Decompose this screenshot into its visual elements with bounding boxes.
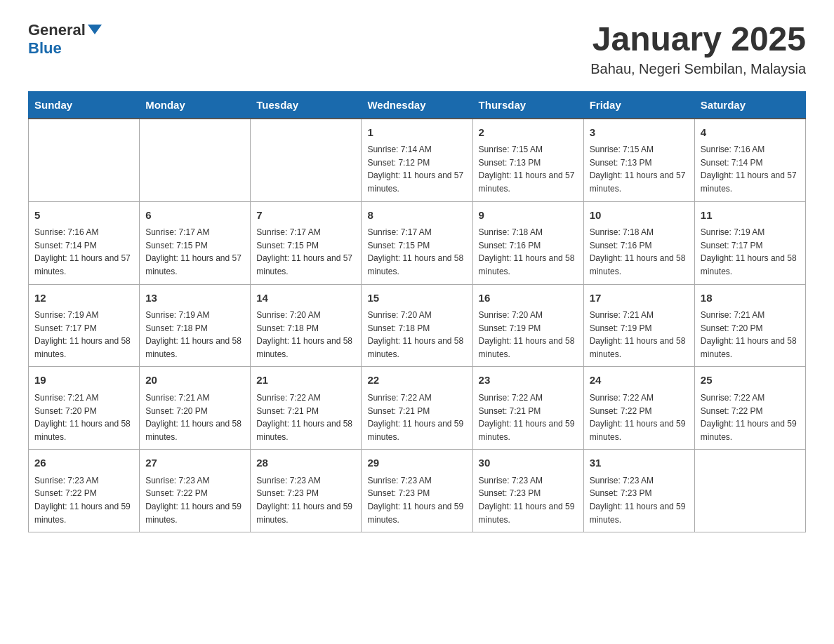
day-info: Sunrise: 7:23 AM Sunset: 7:22 PM Dayligh…: [34, 474, 133, 526]
day-number: 12: [34, 290, 133, 307]
logo-triangle-icon: [88, 25, 102, 34]
day-number: 22: [367, 373, 466, 389]
column-header-friday: Friday: [583, 91, 694, 119]
day-number: 23: [479, 373, 578, 389]
day-info: Sunrise: 7:22 AM Sunset: 7:22 PM Dayligh…: [701, 391, 800, 443]
calendar-cell: 2Sunrise: 7:15 AM Sunset: 7:13 PM Daylig…: [472, 119, 583, 201]
calendar-cell: 9Sunrise: 7:18 AM Sunset: 7:16 PM Daylig…: [472, 201, 583, 284]
day-info: Sunrise: 7:14 AM Sunset: 7:12 PM Dayligh…: [367, 143, 466, 195]
calendar-cell: 30Sunrise: 7:23 AM Sunset: 7:23 PM Dayli…: [472, 450, 583, 532]
day-number: 27: [145, 455, 244, 471]
column-header-tuesday: Tuesday: [251, 91, 362, 119]
day-info: Sunrise: 7:21 AM Sunset: 7:20 PM Dayligh…: [145, 391, 244, 443]
day-info: Sunrise: 7:18 AM Sunset: 7:16 PM Dayligh…: [590, 226, 689, 278]
calendar-cell: 7Sunrise: 7:17 AM Sunset: 7:15 PM Daylig…: [251, 201, 362, 284]
day-number: 10: [590, 208, 689, 224]
day-number: 30: [479, 455, 578, 471]
calendar-cell: [694, 450, 805, 532]
day-info: Sunrise: 7:22 AM Sunset: 7:21 PM Dayligh…: [256, 391, 355, 443]
day-number: 18: [701, 290, 800, 307]
day-number: 19: [34, 373, 133, 389]
day-number: 29: [367, 455, 466, 471]
calendar-week-row: 1Sunrise: 7:14 AM Sunset: 7:12 PM Daylig…: [29, 119, 806, 201]
day-info: Sunrise: 7:20 AM Sunset: 7:18 PM Dayligh…: [367, 309, 466, 361]
calendar-cell: 6Sunrise: 7:17 AM Sunset: 7:15 PM Daylig…: [140, 201, 251, 284]
day-number: 16: [479, 290, 578, 307]
calendar-cell: 28Sunrise: 7:23 AM Sunset: 7:23 PM Dayli…: [251, 450, 362, 532]
day-number: 15: [367, 290, 466, 307]
day-number: 9: [479, 208, 578, 224]
calendar-cell: 20Sunrise: 7:21 AM Sunset: 7:20 PM Dayli…: [140, 367, 251, 450]
calendar-cell: 23Sunrise: 7:22 AM Sunset: 7:21 PM Dayli…: [472, 367, 583, 450]
day-info: Sunrise: 7:21 AM Sunset: 7:20 PM Dayligh…: [34, 391, 133, 443]
logo: General Blue: [28, 21, 102, 58]
calendar-cell: 10Sunrise: 7:18 AM Sunset: 7:16 PM Dayli…: [583, 201, 694, 284]
page-header: General Blue January 2025 Bahau, Negeri …: [28, 21, 806, 77]
calendar-cell: 4Sunrise: 7:16 AM Sunset: 7:14 PM Daylig…: [694, 119, 805, 201]
calendar-table: SundayMondayTuesdayWednesdayThursdayFrid…: [28, 91, 806, 532]
calendar-header-row: SundayMondayTuesdayWednesdayThursdayFrid…: [29, 91, 806, 119]
day-number: 31: [590, 455, 689, 471]
calendar-cell: 18Sunrise: 7:21 AM Sunset: 7:20 PM Dayli…: [694, 284, 805, 367]
day-number: 26: [34, 455, 133, 471]
calendar-cell: 14Sunrise: 7:20 AM Sunset: 7:18 PM Dayli…: [251, 284, 362, 367]
day-number: 11: [701, 208, 800, 224]
calendar-cell: 5Sunrise: 7:16 AM Sunset: 7:14 PM Daylig…: [29, 201, 140, 284]
column-header-monday: Monday: [140, 91, 251, 119]
day-number: 6: [145, 208, 244, 224]
day-info: Sunrise: 7:23 AM Sunset: 7:23 PM Dayligh…: [479, 474, 578, 526]
day-info: Sunrise: 7:15 AM Sunset: 7:13 PM Dayligh…: [590, 143, 689, 195]
logo-text-main: General: [28, 21, 102, 39]
day-number: 14: [256, 290, 355, 307]
calendar-cell: 12Sunrise: 7:19 AM Sunset: 7:17 PM Dayli…: [29, 284, 140, 367]
calendar-title-area: January 2025 Bahau, Negeri Sembilan, Mal…: [590, 21, 806, 77]
calendar-cell: 16Sunrise: 7:20 AM Sunset: 7:19 PM Dayli…: [472, 284, 583, 367]
day-info: Sunrise: 7:17 AM Sunset: 7:15 PM Dayligh…: [256, 226, 355, 278]
day-info: Sunrise: 7:15 AM Sunset: 7:13 PM Dayligh…: [479, 143, 578, 195]
day-info: Sunrise: 7:20 AM Sunset: 7:18 PM Dayligh…: [256, 309, 355, 361]
day-number: 17: [590, 290, 689, 307]
logo-wordmark: General Blue: [28, 21, 102, 58]
day-info: Sunrise: 7:19 AM Sunset: 7:18 PM Dayligh…: [145, 309, 244, 361]
logo-text-blue: Blue: [28, 39, 62, 57]
calendar-cell: 19Sunrise: 7:21 AM Sunset: 7:20 PM Dayli…: [29, 367, 140, 450]
day-info: Sunrise: 7:17 AM Sunset: 7:15 PM Dayligh…: [145, 226, 244, 278]
calendar-cell: 1Sunrise: 7:14 AM Sunset: 7:12 PM Daylig…: [362, 119, 472, 201]
day-info: Sunrise: 7:18 AM Sunset: 7:16 PM Dayligh…: [479, 226, 578, 278]
calendar-cell: [140, 119, 251, 201]
day-number: 7: [256, 208, 355, 224]
day-info: Sunrise: 7:17 AM Sunset: 7:15 PM Dayligh…: [367, 226, 466, 278]
calendar-cell: 22Sunrise: 7:22 AM Sunset: 7:21 PM Dayli…: [362, 367, 472, 450]
day-info: Sunrise: 7:23 AM Sunset: 7:23 PM Dayligh…: [256, 474, 355, 526]
day-info: Sunrise: 7:22 AM Sunset: 7:22 PM Dayligh…: [590, 391, 689, 443]
day-number: 1: [367, 125, 466, 141]
calendar-cell: 17Sunrise: 7:21 AM Sunset: 7:19 PM Dayli…: [583, 284, 694, 367]
calendar-week-row: 19Sunrise: 7:21 AM Sunset: 7:20 PM Dayli…: [29, 367, 806, 450]
day-info: Sunrise: 7:19 AM Sunset: 7:17 PM Dayligh…: [34, 309, 133, 361]
day-info: Sunrise: 7:21 AM Sunset: 7:19 PM Dayligh…: [590, 309, 689, 361]
calendar-cell: 11Sunrise: 7:19 AM Sunset: 7:17 PM Dayli…: [694, 201, 805, 284]
calendar-cell: 31Sunrise: 7:23 AM Sunset: 7:23 PM Dayli…: [583, 450, 694, 532]
day-info: Sunrise: 7:23 AM Sunset: 7:22 PM Dayligh…: [145, 474, 244, 526]
calendar-cell: 25Sunrise: 7:22 AM Sunset: 7:22 PM Dayli…: [694, 367, 805, 450]
day-info: Sunrise: 7:23 AM Sunset: 7:23 PM Dayligh…: [590, 474, 689, 526]
day-number: 13: [145, 290, 244, 307]
calendar-cell: 29Sunrise: 7:23 AM Sunset: 7:23 PM Dayli…: [362, 450, 472, 532]
calendar-week-row: 12Sunrise: 7:19 AM Sunset: 7:17 PM Dayli…: [29, 284, 806, 367]
day-number: 4: [701, 125, 800, 141]
calendar-cell: 26Sunrise: 7:23 AM Sunset: 7:22 PM Dayli…: [29, 450, 140, 532]
day-info: Sunrise: 7:16 AM Sunset: 7:14 PM Dayligh…: [34, 226, 133, 278]
calendar-cell: 21Sunrise: 7:22 AM Sunset: 7:21 PM Dayli…: [251, 367, 362, 450]
day-number: 2: [479, 125, 578, 141]
day-number: 20: [145, 373, 244, 389]
calendar-cell: [29, 119, 140, 201]
calendar-cell: 15Sunrise: 7:20 AM Sunset: 7:18 PM Dayli…: [362, 284, 472, 367]
day-number: 8: [367, 208, 466, 224]
calendar-subtitle: Bahau, Negeri Sembilan, Malaysia: [590, 61, 806, 77]
calendar-cell: 13Sunrise: 7:19 AM Sunset: 7:18 PM Dayli…: [140, 284, 251, 367]
day-info: Sunrise: 7:20 AM Sunset: 7:19 PM Dayligh…: [479, 309, 578, 361]
calendar-cell: [251, 119, 362, 201]
day-info: Sunrise: 7:19 AM Sunset: 7:17 PM Dayligh…: [701, 226, 800, 278]
calendar-week-row: 5Sunrise: 7:16 AM Sunset: 7:14 PM Daylig…: [29, 201, 806, 284]
column-header-sunday: Sunday: [29, 91, 140, 119]
